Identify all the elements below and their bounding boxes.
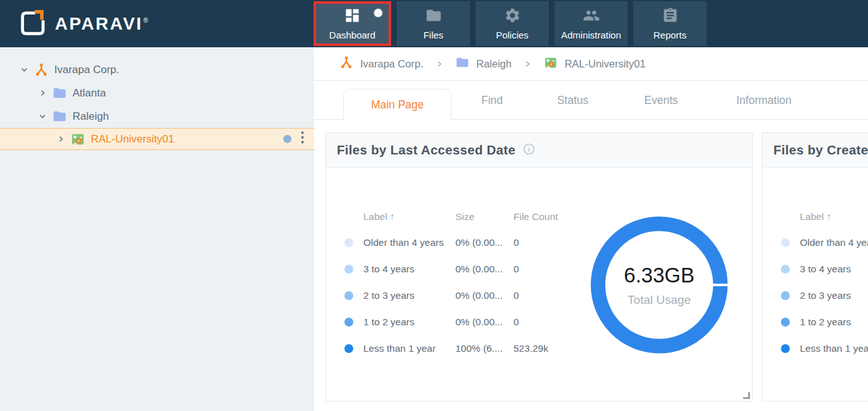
chevron-right-icon[interactable] [35, 89, 50, 97]
tree-item-ivarapa-corp[interactable]: Ivarapa Corp. [0, 58, 314, 81]
dashboard-grid-icon [344, 7, 361, 26]
tab-label: Main Page [371, 98, 424, 112]
breadcrumb: Ivarapa Corp. Raleigh [314, 47, 868, 81]
column-header-size[interactable]: Size [455, 204, 513, 229]
donut-center-text: 6.33GB Total Usage [590, 216, 729, 354]
kebab-menu-icon[interactable] [301, 131, 304, 147]
main-navigation: Dashboard Files Policies [314, 1, 707, 46]
nav-tile-label: Dashboard [329, 30, 375, 40]
legend-dot-cell [344, 309, 363, 335]
column-header-label[interactable]: Label ↑ [800, 204, 868, 229]
tab-information[interactable]: Information [736, 81, 792, 120]
column-header-text: File Count [513, 211, 558, 223]
aparavi-logo-icon [18, 8, 47, 40]
legend-dot-cell [781, 335, 800, 362]
column-header-label[interactable]: Label ↑ [363, 204, 455, 229]
tree-item-label: Ivarapa Corp. [54, 64, 119, 76]
row-label: Less than 1 year [800, 335, 868, 362]
clipboard-icon [662, 7, 679, 26]
card-header: Files by Create Date [763, 133, 868, 168]
tab-find[interactable]: Find [481, 81, 503, 120]
legend-dot [344, 238, 353, 247]
tab-main-page[interactable]: Main Page [343, 89, 452, 120]
nav-tile-label: Administration [561, 30, 621, 40]
row-label: 2 to 3 years [363, 282, 455, 309]
row-label: 1 to 2 years [800, 309, 868, 335]
nav-tile-label: Reports [654, 30, 687, 40]
column-header-file-count[interactable]: File Count [513, 204, 570, 229]
column-header-text: Label [800, 211, 824, 223]
tab-label: Information [736, 94, 792, 107]
legend-dot-cell [344, 335, 363, 362]
sort-arrow-icon: ↑ [826, 211, 831, 223]
donut-chart-total-usage: 6.33GB Total Usage [590, 216, 729, 354]
legend-dot-cell [344, 256, 363, 282]
tree-item-label: RAL-University01 [91, 133, 174, 146]
tab-events[interactable]: Events [644, 81, 678, 120]
nav-tile-dashboard[interactable]: Dashboard [314, 1, 391, 46]
tab-label: Events [644, 94, 678, 107]
row-count: 0 [513, 256, 570, 282]
tab-status[interactable]: Status [557, 81, 589, 120]
chevron-down-icon[interactable] [35, 112, 50, 120]
brand-name: APARAVI® [55, 14, 150, 34]
folder-icon [455, 55, 469, 72]
card-title: Files by Last Accessed Date [337, 142, 515, 158]
tree-item-ral-university01[interactable]: RAL-University01 [0, 128, 314, 150]
row-label: 3 to 4 years [800, 256, 868, 282]
tree-item-raleigh[interactable]: Raleigh [0, 105, 314, 128]
legend-dot [781, 238, 790, 247]
row-label: Older than 4 years [363, 229, 455, 256]
legend-table: Label ↑ Older than 4 years 3 to 4 years … [781, 204, 868, 362]
folder-icon [52, 86, 67, 100]
chevron-right-icon[interactable] [53, 135, 68, 143]
chevron-down-icon[interactable] [16, 66, 32, 74]
folder-icon [52, 110, 67, 124]
spacer [344, 204, 363, 229]
nav-tile-policies[interactable]: Policies [476, 1, 549, 46]
nav-tile-label: Files [423, 30, 443, 40]
nav-tile-files[interactable]: Files [397, 1, 470, 46]
row-count: 523.29k [513, 335, 570, 362]
row-size: 0% (0.00... [455, 256, 513, 282]
total-usage-label: Total Usage [628, 293, 691, 307]
tree-item-atlanta[interactable]: Atlanta [0, 81, 314, 105]
row-label: 3 to 4 years [363, 256, 455, 282]
card-files-by-create-date: Files by Create Date Label ↑ Older than … [762, 132, 868, 402]
legend-dot-cell [781, 309, 800, 335]
card-body: Label ↑ Older than 4 years 3 to 4 years … [763, 168, 868, 401]
legend-dot [781, 265, 790, 274]
row-label: Less than 1 year [363, 335, 455, 362]
aggregator-icon [544, 56, 558, 72]
info-icon[interactable] [522, 142, 536, 158]
row-label: 2 to 3 years [800, 282, 868, 309]
source-tree: Ivarapa Corp. Atlanta Raleigh [0, 47, 314, 150]
tree-item-label: Atlanta [73, 87, 106, 100]
nav-tile-administration[interactable]: Administration [554, 1, 628, 46]
breadcrumb-label: Ivarapa Corp. [360, 58, 423, 70]
legend-dot [781, 344, 790, 353]
card-resize-handle[interactable] [743, 392, 750, 399]
breadcrumb-item-ivarapa-corp[interactable]: Ivarapa Corp. [339, 55, 423, 72]
org-icon [339, 55, 353, 72]
aparavi-logo: APARAVI® [18, 0, 150, 47]
row-size: 0% (0.00... [455, 229, 513, 256]
tab-bar: Main Page Find Status Events Information [314, 81, 868, 120]
legend-dot [344, 291, 353, 300]
people-icon [583, 7, 600, 26]
card-body: Label ↑ Size File Count Older than 4 yea… [326, 168, 752, 401]
aggregator-icon [70, 132, 85, 146]
row-count: 0 [513, 229, 570, 256]
chevron-right-icon [435, 60, 443, 68]
sort-arrow-icon: ↑ [390, 211, 395, 223]
nav-tile-label: Policies [496, 30, 529, 40]
column-header-text: Size [455, 211, 474, 223]
info-icon[interactable] [373, 8, 384, 21]
app-window: APARAVI® Dashboard Files [0, 0, 868, 411]
legend-dot-cell [781, 229, 800, 256]
spacer [781, 204, 800, 229]
nav-tile-reports[interactable]: Reports [633, 1, 707, 46]
breadcrumb-item-raleigh[interactable]: Raleigh [455, 55, 512, 72]
sidebar-tree-panel: Ivarapa Corp. Atlanta Raleigh [0, 47, 314, 411]
breadcrumb-item-ral-university01[interactable]: RAL-University01 [544, 56, 645, 72]
